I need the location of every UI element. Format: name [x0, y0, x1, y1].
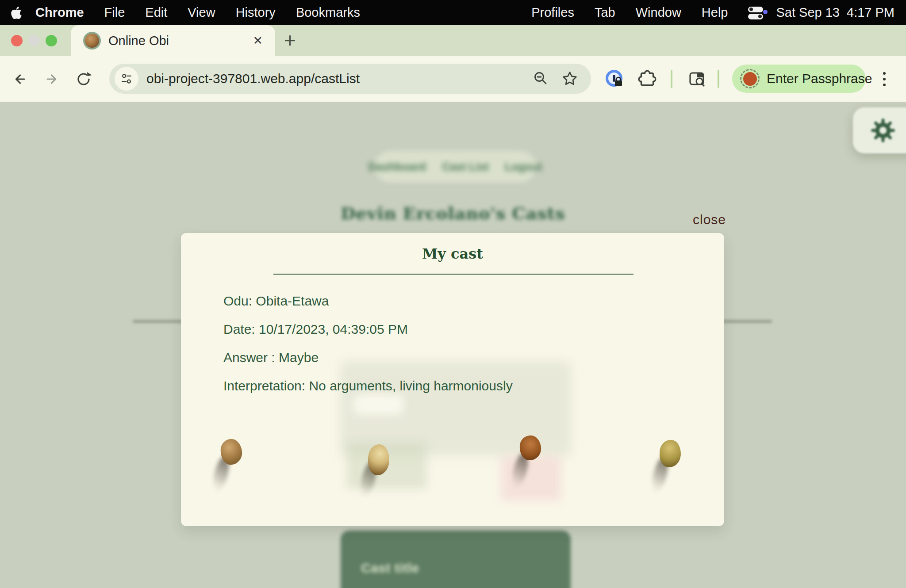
passphrase-orb-icon [740, 69, 760, 88]
menu-tab[interactable]: Tab [584, 5, 626, 20]
bookmark-star-icon[interactable] [560, 69, 580, 88]
cast-list-card[interactable]: Cast title [341, 531, 571, 588]
page-title: Devin Ercolano's Casts [0, 203, 906, 223]
cast-card-title: Cast title [361, 561, 419, 576]
address-bar[interactable]: obi-project-397801.web.app/castList [109, 64, 591, 94]
menu-bar-left: Chrome File Edit View History Bookmarks [11, 5, 370, 20]
menu-file[interactable]: File [94, 5, 135, 20]
gear-icon [871, 118, 895, 143]
modal-title: My cast [181, 245, 724, 262]
browser-menu-icon[interactable] [883, 72, 886, 86]
control-center-icon[interactable] [747, 6, 768, 20]
toolbar-divider [671, 70, 672, 88]
background-artifact [354, 395, 403, 414]
browser-toolbar: obi-project-397801.web.app/castList [0, 56, 906, 102]
window-close-button[interactable] [11, 35, 23, 46]
menu-window[interactable]: Window [626, 5, 691, 20]
site-settings-icon[interactable] [115, 67, 138, 91]
shell-image [653, 440, 684, 497]
settings-panel[interactable] [853, 107, 906, 153]
screen: Chrome File Edit View History Bookmarks … [0, 0, 906, 588]
menu-bar-clock[interactable]: 4:17 PM [847, 5, 895, 20]
tab-title: Online Obi [108, 34, 169, 48]
password-manager-icon[interactable] [604, 69, 625, 89]
menu-profiles[interactable]: Profiles [521, 5, 584, 20]
tab-search-icon[interactable] [687, 69, 707, 89]
tab-favicon-icon [83, 32, 101, 50]
modal-divider [273, 274, 633, 275]
interpretation-line: Interpretation: No arguments, living har… [223, 378, 513, 393]
menu-edit[interactable]: Edit [135, 5, 177, 20]
nav-dashboard[interactable]: Dashboard [369, 160, 426, 173]
odu-line: Odu: Obita-Etawa [223, 294, 329, 309]
tab-close-icon[interactable]: ✕ [253, 34, 263, 48]
browser-tab[interactable]: Online Obi ✕ [71, 25, 275, 56]
forward-icon[interactable] [42, 69, 61, 89]
date-line: Date: 10/17/2023, 04:39:05 PM [223, 322, 408, 337]
menu-history[interactable]: History [226, 5, 286, 20]
zoom-out-icon[interactable] [531, 69, 550, 88]
reload-icon[interactable] [74, 69, 93, 89]
my-cast-modal: My cast Odu: Obita-Etawa Date: 10/17/202… [181, 233, 724, 526]
shell-image [514, 435, 545, 493]
back-icon[interactable] [11, 69, 30, 89]
extensions-icon[interactable] [637, 69, 657, 89]
nav-cast-list[interactable]: Cast List [442, 160, 489, 173]
tab-strip: Online Obi ✕ + [0, 25, 906, 56]
menu-bookmarks[interactable]: Bookmarks [286, 5, 370, 20]
apple-icon[interactable] [11, 6, 22, 20]
menu-chrome[interactable]: Chrome [22, 5, 94, 20]
menu-bar-date[interactable]: Sat Sep 13 [776, 5, 847, 20]
shell-image [362, 444, 393, 502]
passphrase-label: Enter Passphrase [767, 71, 872, 86]
macos-menu-bar: Chrome File Edit View History Bookmarks … [0, 0, 906, 25]
window-minimize-button[interactable] [28, 35, 40, 46]
page-nav: Dashboard Cast List Logout [376, 153, 534, 181]
menu-help[interactable]: Help [691, 5, 738, 20]
menu-bar-right: Profiles Tab Window Help Sat Sep 13 4:17… [521, 5, 895, 20]
shell-image [215, 439, 246, 496]
toolbar-divider [718, 70, 719, 88]
answer-line: Answer : Maybe [223, 350, 319, 365]
new-tab-button[interactable]: + [284, 30, 296, 50]
page-content: Dashboard Cast List Logout Devin Ercolan… [0, 102, 906, 588]
url-text[interactable]: obi-project-397801.web.app/castList [146, 71, 360, 86]
nav-logout[interactable]: Logout [505, 160, 542, 173]
window-zoom-button[interactable] [46, 35, 57, 46]
menu-view[interactable]: View [177, 5, 225, 20]
modal-close-button[interactable]: close [693, 212, 726, 227]
enter-passphrase-button[interactable]: Enter Passphrase [732, 65, 866, 93]
